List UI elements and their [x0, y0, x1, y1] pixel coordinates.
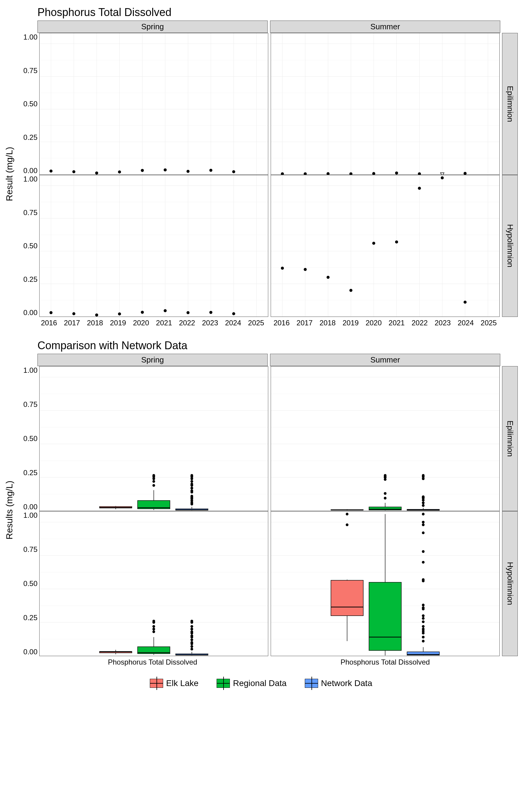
svg-point-131 — [153, 474, 155, 477]
svg-point-165 — [384, 496, 387, 499]
chart1-facet-spring: Spring — [38, 21, 268, 33]
svg-point-23 — [141, 169, 144, 172]
panel2-summer-epi — [271, 366, 500, 511]
svg-point-108 — [395, 241, 398, 243]
chart1-xticks: 2016201720182019202020212022202320242025… — [16, 317, 518, 327]
svg-point-215 — [190, 628, 193, 630]
svg-point-49 — [326, 172, 329, 175]
panel2-spring-hypo — [39, 511, 268, 656]
svg-point-216 — [190, 625, 193, 628]
svg-point-79 — [141, 311, 144, 314]
svg-point-80 — [164, 309, 167, 312]
svg-point-246 — [422, 617, 425, 620]
svg-point-174 — [422, 504, 425, 507]
svg-point-20 — [72, 170, 75, 173]
chart1-strip-epi: Epilimnion — [502, 33, 518, 175]
legend-item-regional: Regional Data — [217, 678, 286, 688]
svg-point-83 — [232, 312, 235, 315]
svg-point-52 — [395, 171, 398, 175]
svg-point-25 — [186, 170, 189, 173]
svg-point-218 — [190, 620, 193, 622]
svg-point-105 — [326, 276, 329, 279]
svg-point-209 — [190, 641, 193, 644]
svg-point-48 — [304, 172, 307, 175]
panel-spring-epi — [39, 33, 268, 175]
svg-point-243 — [422, 628, 425, 630]
legend-item-network: Network Data — [305, 678, 373, 688]
legend-item-elk: Elk Lake — [150, 678, 199, 688]
panel2-spring-epi — [39, 366, 268, 511]
chart1-yticks-1: 1.000.750.500.250.00 — [16, 33, 39, 175]
svg-point-253 — [422, 561, 425, 564]
svg-point-81 — [186, 311, 189, 314]
svg-point-127 — [153, 484, 155, 487]
svg-point-199 — [153, 628, 155, 630]
svg-point-257 — [422, 521, 425, 524]
svg-point-78 — [118, 312, 121, 316]
svg-point-214 — [190, 630, 193, 633]
chart2-xticks: Phosphorus Total Dissolved Phosphorus To… — [16, 656, 518, 666]
svg-point-75 — [49, 311, 53, 314]
svg-point-200 — [153, 625, 155, 628]
legend-key-icon — [305, 679, 318, 688]
chart1-title: Phosphorus Total Dissolved — [38, 6, 518, 19]
chart2-yticks-2: 1.000.750.500.250.00 — [16, 511, 39, 656]
svg-point-109 — [418, 187, 421, 190]
svg-point-104 — [304, 268, 307, 271]
svg-point-77 — [95, 313, 98, 317]
svg-point-27 — [232, 170, 235, 173]
svg-point-26 — [209, 169, 213, 172]
svg-point-198 — [153, 630, 155, 633]
svg-point-22 — [118, 170, 121, 174]
svg-point-145 — [190, 483, 193, 485]
svg-point-51 — [372, 172, 375, 175]
svg-point-231 — [346, 524, 348, 526]
svg-point-107 — [372, 242, 375, 245]
svg-point-110 — [441, 177, 444, 179]
svg-point-106 — [349, 289, 353, 292]
svg-point-166 — [384, 492, 387, 495]
chart1-yticks-2: 1.000.750.500.250.00 — [16, 175, 39, 317]
svg-point-256 — [422, 524, 425, 526]
svg-point-206 — [190, 648, 193, 650]
svg-point-76 — [72, 312, 75, 315]
svg-point-249 — [422, 606, 425, 609]
svg-point-250 — [422, 604, 425, 606]
svg-point-47 — [281, 172, 284, 175]
svg-point-50 — [349, 172, 353, 175]
svg-rect-234 — [369, 583, 401, 651]
chart2: Results (mg/L) Spring Summer 1.000.750.5… — [4, 354, 518, 666]
chart2-ylabel: Results (mg/L) — [4, 354, 16, 666]
legend-key-icon — [217, 679, 230, 688]
panel-spring-hypo — [39, 175, 268, 317]
svg-point-146 — [190, 480, 193, 483]
legend: Elk Lake Regional Data Network Data — [4, 678, 518, 688]
chart1-facet-summer: Summer — [270, 21, 500, 33]
chart2-yticks-1: 1.000.750.500.250.00 — [16, 366, 39, 511]
svg-point-111 — [464, 301, 467, 304]
chart1-strip-hypo: Hypolimnion — [502, 175, 518, 317]
svg-point-82 — [209, 311, 213, 314]
svg-point-245 — [422, 621, 425, 623]
panel-summer-epi — [271, 33, 500, 175]
chart1: Result (mg/L) Spring Summer 1.000.750.50… — [4, 21, 518, 327]
chart1-ylabel: Result (mg/L) — [4, 21, 16, 327]
svg-point-170 — [384, 474, 387, 477]
svg-point-247 — [422, 614, 425, 617]
svg-point-53 — [418, 172, 421, 175]
svg-point-258 — [422, 513, 425, 515]
svg-point-19 — [49, 169, 53, 172]
chart2-strip-epi: Epilimnion — [502, 366, 518, 511]
svg-point-240 — [422, 636, 425, 638]
svg-point-232 — [346, 513, 348, 515]
svg-point-24 — [164, 168, 167, 171]
svg-point-21 — [95, 171, 98, 175]
svg-point-210 — [190, 638, 193, 641]
svg-point-182 — [422, 474, 425, 477]
svg-point-143 — [190, 487, 193, 489]
svg-point-255 — [422, 531, 425, 534]
svg-point-179 — [422, 495, 425, 498]
legend-key-icon — [150, 679, 163, 688]
svg-point-140 — [190, 495, 193, 498]
chart2-facet-summer: Summer — [270, 354, 500, 366]
